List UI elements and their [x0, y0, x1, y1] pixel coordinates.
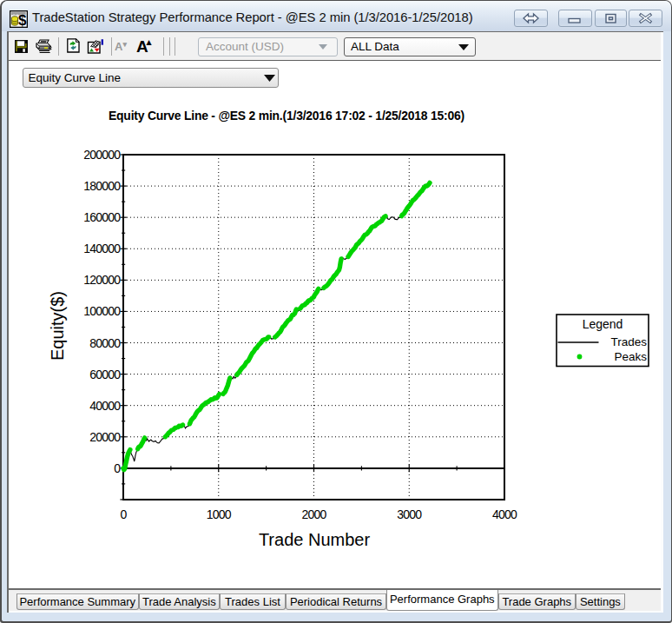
svg-text:Equity Curve Line - @ES 2 min.: Equity Curve Line - @ES 2 min.(1/3/2016 … [109, 109, 464, 123]
svg-text:2000: 2000 [302, 507, 327, 521]
svg-text:Peaks: Peaks [614, 350, 647, 363]
svg-text:120000: 120000 [83, 273, 121, 287]
svg-text:40000: 40000 [89, 399, 121, 413]
svg-text:200000: 200000 [83, 148, 121, 162]
svg-text:3000: 3000 [397, 507, 422, 521]
svg-text:Trade Number: Trade Number [259, 530, 371, 549]
svg-text:60000: 60000 [89, 368, 121, 381]
svg-text:Trades: Trades [610, 335, 647, 348]
svg-text:Legend: Legend [583, 317, 623, 331]
svg-text:4000: 4000 [492, 507, 517, 521]
svg-text:80000: 80000 [89, 336, 121, 350]
svg-text:160000: 160000 [83, 210, 121, 224]
svg-text:Equity($): Equity($) [48, 291, 67, 361]
svg-text:20000: 20000 [89, 430, 121, 444]
svg-text:0: 0 [114, 461, 121, 475]
svg-text:140000: 140000 [83, 242, 121, 255]
svg-text:1000: 1000 [207, 507, 232, 521]
svg-text:0: 0 [121, 507, 128, 521]
svg-text:100000: 100000 [83, 304, 121, 318]
svg-text:180000: 180000 [83, 179, 121, 193]
